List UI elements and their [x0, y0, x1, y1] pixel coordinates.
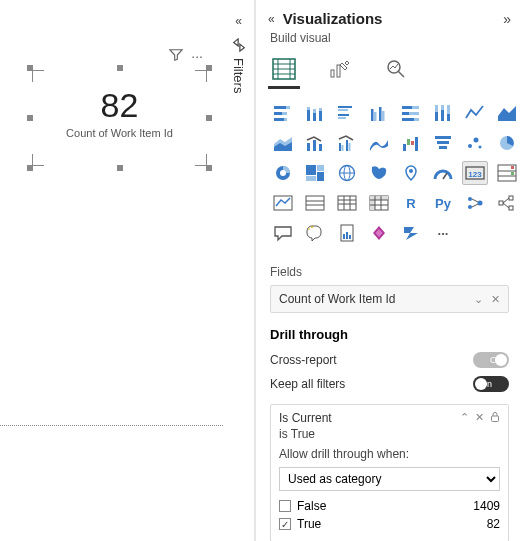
svg-rect-56 — [435, 136, 451, 139]
svg-point-97 — [468, 197, 472, 201]
power-automate-icon[interactable] — [398, 221, 424, 245]
svg-rect-85 — [338, 196, 356, 210]
svg-rect-28 — [379, 107, 382, 121]
svg-rect-82 — [306, 196, 324, 210]
map-icon[interactable] — [334, 161, 360, 185]
svg-rect-46 — [313, 140, 316, 151]
cross-report-toggle[interactable]: Off — [473, 352, 509, 368]
lock-icon[interactable] — [490, 411, 500, 425]
qa-visual-icon[interactable] — [270, 221, 296, 245]
line-stacked-column-icon[interactable] — [302, 131, 328, 155]
svg-point-61 — [479, 146, 482, 149]
expand-filters-icon[interactable]: « — [235, 14, 242, 28]
svg-rect-47 — [319, 144, 322, 151]
svg-rect-92 — [370, 196, 388, 200]
svg-line-73 — [443, 173, 447, 179]
drill-filter-name: Is Current — [279, 411, 332, 425]
remove-field-icon[interactable]: ✕ — [491, 293, 500, 306]
tab-analytics[interactable] — [382, 55, 410, 83]
slicer-icon[interactable] — [302, 191, 328, 215]
svg-point-107 — [311, 226, 313, 228]
key-influencers-icon[interactable] — [462, 191, 488, 215]
svg-rect-111 — [346, 232, 348, 239]
filter-icon[interactable] — [169, 48, 183, 64]
card-icon[interactable]: 123 — [462, 161, 488, 185]
svg-point-99 — [478, 201, 483, 206]
matrix-icon[interactable] — [366, 191, 392, 215]
svg-rect-41 — [447, 114, 450, 121]
expand-viz-icon[interactable]: » — [503, 11, 511, 27]
smart-narrative-icon[interactable] — [302, 221, 328, 245]
drill-through-heading: Drill through — [256, 313, 523, 348]
svg-rect-102 — [499, 201, 503, 205]
stacked-area-icon[interactable] — [270, 131, 296, 155]
svg-point-98 — [468, 205, 472, 209]
svg-point-60 — [474, 138, 479, 143]
svg-rect-31 — [402, 106, 412, 109]
drill-filter-summary: is True — [279, 427, 500, 441]
line-chart-icon[interactable] — [462, 101, 488, 125]
decomposition-tree-icon[interactable] — [494, 191, 520, 215]
scatter-icon[interactable] — [462, 131, 488, 155]
collapse-filter-icon[interactable]: ⌃ — [460, 411, 469, 425]
checkbox-checked[interactable]: ✓ — [279, 518, 291, 530]
waterfall-icon[interactable] — [398, 131, 424, 155]
100stacked-column-icon[interactable] — [430, 101, 456, 125]
treemap-icon[interactable] — [302, 161, 328, 185]
svg-rect-57 — [437, 141, 449, 144]
drill-value-row[interactable]: False 1409 — [279, 497, 500, 515]
keep-filters-toggle[interactable]: On — [473, 376, 509, 392]
drill-value-row[interactable]: ✓True 82 — [279, 515, 500, 533]
svg-rect-27 — [374, 112, 377, 121]
drill-mode-select[interactable]: Used as category — [279, 467, 500, 491]
paginated-report-icon[interactable] — [334, 221, 360, 245]
line-clustered-column-icon[interactable] — [334, 131, 360, 155]
r-visual-icon[interactable]: R — [398, 191, 424, 215]
filled-map-icon[interactable] — [366, 161, 392, 185]
stacked-column-icon[interactable] — [302, 101, 328, 125]
svg-rect-33 — [402, 112, 409, 115]
clustered-bar-icon[interactable] — [334, 101, 360, 125]
svg-rect-66 — [317, 165, 324, 171]
python-visual-icon[interactable]: Py — [430, 191, 456, 215]
svg-rect-21 — [319, 108, 322, 111]
svg-rect-26 — [371, 109, 374, 121]
keep-filters-label: Keep all filters — [270, 377, 345, 391]
svg-rect-24 — [338, 114, 349, 116]
field-well-value: Count of Work Item Id — [279, 292, 396, 306]
table-icon[interactable] — [334, 191, 360, 215]
checkbox-unchecked[interactable] — [279, 500, 291, 512]
ribbon-chart-icon[interactable] — [366, 131, 392, 155]
svg-marker-42 — [498, 106, 516, 121]
svg-line-9 — [398, 71, 404, 77]
kpi-icon[interactable] — [270, 191, 296, 215]
funnel-icon[interactable] — [430, 131, 456, 155]
svg-rect-22 — [338, 106, 352, 108]
more-icon[interactable]: ··· — [191, 48, 203, 64]
remove-filter-icon[interactable]: ✕ — [475, 411, 484, 425]
tab-build-visual[interactable] — [270, 55, 298, 83]
tab-format-visual[interactable] — [326, 55, 354, 83]
get-more-visuals-icon[interactable]: ··· — [430, 221, 456, 245]
donut-icon[interactable] — [270, 161, 296, 185]
multi-row-card-icon[interactable] — [494, 161, 520, 185]
azure-map-icon[interactable] — [398, 161, 424, 185]
area-chart-icon[interactable] — [494, 101, 520, 125]
stacked-bar-icon[interactable] — [270, 101, 296, 125]
chevron-down-icon[interactable]: ⌄ — [474, 293, 483, 306]
cross-report-label: Cross-report — [270, 353, 337, 367]
svg-rect-25 — [338, 117, 346, 119]
svg-rect-11 — [286, 106, 290, 109]
svg-rect-53 — [407, 139, 410, 145]
field-well[interactable]: Count of Work Item Id ⌄ ✕ — [270, 285, 509, 313]
collapse-viz-icon[interactable]: « — [268, 12, 275, 26]
100stacked-bar-icon[interactable] — [398, 101, 424, 125]
clustered-column-icon[interactable] — [366, 101, 392, 125]
card-visual[interactable]: ··· 82 Count of Work Item Id — [30, 68, 209, 168]
pie-icon[interactable] — [494, 131, 520, 155]
gauge-icon[interactable] — [430, 161, 456, 185]
filters-pane-collapsed[interactable]: « Filters — [223, 0, 255, 541]
report-canvas[interactable]: ··· 82 Count of Work Item Id — [0, 0, 223, 426]
svg-rect-6 — [331, 70, 334, 77]
power-apps-icon[interactable] — [366, 221, 392, 245]
